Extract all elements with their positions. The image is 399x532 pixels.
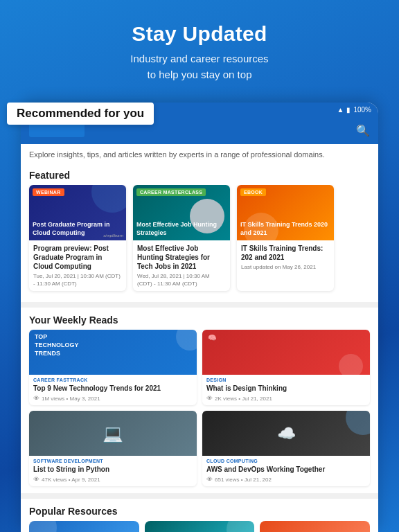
featured-card-1-title: Program preview: Post Graduate Program i… xyxy=(33,244,122,271)
weekly-card-4-tag: CLOUD COMPUTING xyxy=(202,456,370,464)
featured-card-2[interactable]: Career Masterclass Most Effective Job Hu… xyxy=(133,185,230,291)
weekly-card-4[interactable]: ☁️ CLOUD COMPUTING AWS and DevOps Workin… xyxy=(202,411,370,486)
weekly-header: Your Weekly Reads xyxy=(21,308,378,330)
popular-card-ebooks[interactable]: 100+ Ebooks specially curated for your l… xyxy=(145,521,255,532)
weekly-section: Your Weekly Reads TOPTECHNOLOGYTRENDS CA… xyxy=(21,308,378,493)
featured-card-1[interactable]: Webinar Post Graduate Program in Cloud C… xyxy=(29,185,126,291)
popular-header: Popular Resources xyxy=(21,499,378,521)
featured-card-3-image: Ebook IT Skills Training Trends 2020 and… xyxy=(237,185,334,240)
divider-1 xyxy=(21,302,378,308)
popular-card-webinars[interactable]: 200+ Webinars organized by top industry … xyxy=(260,521,370,532)
popular-grid: 500+ Articles for comprehensive learning… xyxy=(21,521,378,532)
explore-text: Explore insights, tips, and articles wri… xyxy=(21,144,378,163)
simplilearn-logo: simplilearn xyxy=(103,233,123,238)
weekly-card-2-image: 🧠 xyxy=(202,330,370,375)
popular-section: Popular Resources 500+ Articles for comp… xyxy=(21,499,378,532)
eye-icon-3: 👁 xyxy=(33,476,39,483)
featured-card-1-body: Program preview: Post Graduate Program i… xyxy=(29,240,126,291)
featured-card-2-date: Wed, Jul 28, 2021 | 10:30 AM (CDT) - 11:… xyxy=(137,273,226,287)
weekly-card-1-meta: 👁 1M views • May 3, 2021 xyxy=(29,395,197,405)
hero-section: Stay Updated Industry and career resourc… xyxy=(0,0,399,96)
featured-card-2-body: Most Effective Job Hunting Strategies fo… xyxy=(133,240,230,291)
card-3-label: Ebook xyxy=(240,188,266,196)
featured-card-2-image: Career Masterclass Most Effective Job Hu… xyxy=(133,185,230,240)
status-icons: ▲ ▮ 100% xyxy=(337,106,371,114)
weekly-card-3[interactable]: 💻 SOFTWARE DEVELOPMENT List to String in… xyxy=(29,411,197,486)
recommended-badge: Recommended for you xyxy=(7,103,154,125)
featured-card-1-date: Tue, Jul 20, 2021 | 10:30 AM (CDT) - 11:… xyxy=(33,273,122,287)
eye-icon-2: 👁 xyxy=(206,395,213,402)
popular-card-articles[interactable]: 500+ Articles for comprehensive learning… xyxy=(29,521,139,532)
featured-scroll[interactable]: Webinar Post Graduate Program in Cloud C… xyxy=(21,185,378,296)
hero-title: Stay Updated xyxy=(14,22,385,46)
featured-card-3-title: IT Skills Training Trends: 202 and 2021 xyxy=(241,244,330,262)
featured-section: Featured Webinar Post Graduate Program i… xyxy=(21,163,378,302)
featured-card-3-body: IT Skills Training Trends: 202 and 2021 … xyxy=(237,240,334,274)
weekly-card-4-meta: 👁 651 views • Jul 21, 202 xyxy=(202,476,370,486)
eye-icon-4: 👁 xyxy=(206,476,213,483)
featured-card-3[interactable]: Ebook IT Skills Training Trends 2020 and… xyxy=(237,185,334,291)
app-logo xyxy=(29,123,85,137)
featured-header: Featured xyxy=(21,163,378,185)
weekly-card-1-title: Top 9 New Technology Trends for 2021 xyxy=(29,383,197,395)
card-2-title-overlay: Most Effective Job Hunting Strategies xyxy=(136,221,227,237)
wifi-icon: ▲ xyxy=(337,106,344,114)
weekly-card-2-meta: 👁 2K views • Jul 21, 2021 xyxy=(202,395,370,405)
weekly-card-3-meta: 👁 47K views • Apr 9, 2021 xyxy=(29,476,197,486)
search-icon: 🔍 xyxy=(356,125,370,136)
card-2-label: Career Masterclass xyxy=(136,188,206,196)
search-button[interactable]: 🔍 xyxy=(356,124,370,137)
weekly-grid: TOPTECHNOLOGYTRENDS CAREER FASTTRACK Top… xyxy=(21,330,378,486)
device-frame: 8:27 PM Fri Jul 16 ▲ ▮ 100% 🔍 Explore in… xyxy=(21,103,378,532)
weekly-card-2-tag: DESIGN xyxy=(202,375,370,383)
eye-icon: 👁 xyxy=(33,395,39,402)
weekly-card-1[interactable]: TOPTECHNOLOGYTRENDS CAREER FASTTRACK Top… xyxy=(29,330,197,405)
featured-card-2-title: Most Effective Job Hunting Strategies fo… xyxy=(137,244,226,271)
weekly-card-4-title: AWS and DevOps Working Together xyxy=(202,464,370,476)
weekly-card-1-tag: CAREER FASTTRACK xyxy=(29,375,197,383)
hero-subtitle: Industry and career resources to help yo… xyxy=(14,51,385,82)
card-1-label: Webinar xyxy=(33,188,64,196)
battery-icon: ▮ xyxy=(346,106,351,114)
weekly-card-2[interactable]: 🧠 DESIGN What is Design Thinking 👁 2K vi… xyxy=(202,330,370,405)
divider-2 xyxy=(21,493,378,499)
weekly-card-3-image: 💻 xyxy=(29,411,197,456)
content-area[interactable]: Explore insights, tips, and articles wri… xyxy=(21,144,378,532)
weekly-card-1-overlay: TOPTECHNOLOGYTRENDS xyxy=(35,333,79,357)
weekly-card-3-tag: SOFTWARE DEVELOPMENT xyxy=(29,456,197,464)
weekly-card-4-image: ☁️ xyxy=(202,411,370,456)
weekly-card-1-image: TOPTECHNOLOGYTRENDS xyxy=(29,330,197,375)
weekly-card-2-title: What is Design Thinking xyxy=(202,383,370,395)
featured-card-1-image: Webinar Post Graduate Program in Cloud C… xyxy=(29,185,126,240)
weekly-card-2-overlay: 🧠 xyxy=(208,333,216,342)
card-3-title-overlay: IT Skills Training Trends 2020 and 2021 xyxy=(240,221,330,237)
weekly-card-3-title: List to String in Python xyxy=(29,464,197,476)
featured-card-3-date: Last updated on May 26, 2021 xyxy=(241,264,330,271)
